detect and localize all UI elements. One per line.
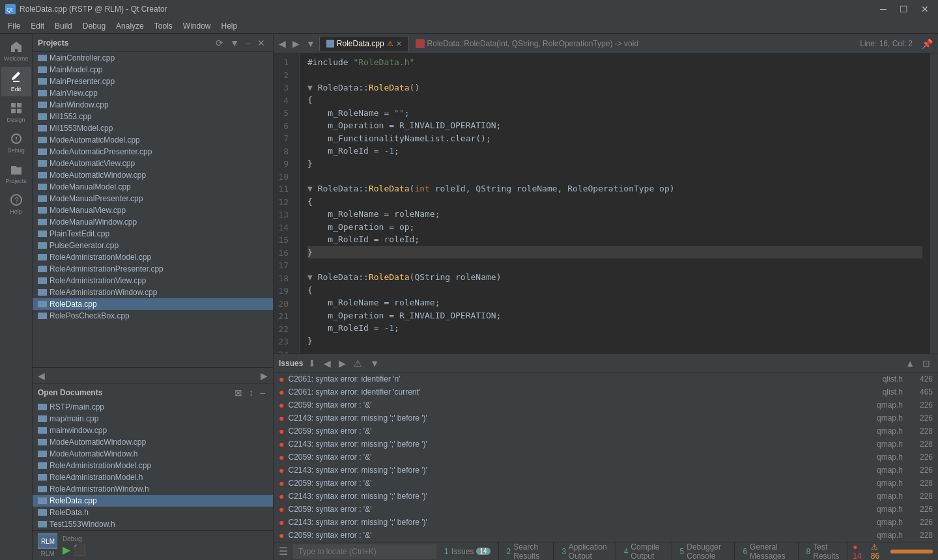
- open-doc-item[interactable]: mainwindow.cpp: [33, 425, 273, 436]
- project-file-item[interactable]: MainView.cpp: [33, 87, 273, 99]
- open-doc-item[interactable]: RSTP/main.cpp: [33, 401, 273, 413]
- menu-item-debug[interactable]: Debug: [78, 20, 111, 32]
- issues-prev-button[interactable]: ◀: [321, 357, 334, 370]
- projects-scroll-right[interactable]: ▶: [258, 369, 270, 382]
- bottom-menu-button[interactable]: ☰: [274, 545, 293, 557]
- issue-row[interactable]: ● C2143: syntax error: missing ';' befor…: [274, 516, 938, 529]
- open-doc-item[interactable]: RoleAdministrationModel.cpp: [33, 460, 273, 471]
- minimize-button[interactable]: ─: [876, 3, 890, 16]
- open-doc-item[interactable]: RoleAdministrationModel.h: [33, 471, 273, 483]
- project-file-item[interactable]: ModeAutomaticView.cpp: [33, 158, 273, 169]
- issue-row[interactable]: ● C2059: syntax error : '&' qmap.h 226: [274, 503, 938, 516]
- sidebar-item-help[interactable]: ? Help: [1, 189, 31, 219]
- bottom-tab-search-results[interactable]: 2Search Results: [499, 542, 554, 561]
- close-button[interactable]: ✕: [917, 3, 933, 16]
- open-doc-item[interactable]: RoleData.h: [33, 507, 273, 518]
- projects-scroll-left[interactable]: ◀: [35, 369, 48, 382]
- issue-row[interactable]: ● C2143: syntax error: missing ';' befor…: [274, 490, 938, 503]
- project-file-item[interactable]: MainModel.cpp: [33, 64, 273, 76]
- open-doc-item[interactable]: ModeAutomaticWindow.cpp: [33, 436, 273, 448]
- open-docs-sort[interactable]: ↕: [246, 386, 256, 399]
- project-file-item[interactable]: RoleAdministrationModel.cpp: [33, 251, 273, 263]
- project-file-item[interactable]: ModeManualWindow.cpp: [33, 216, 273, 228]
- issue-row[interactable]: ● C2061: syntax error: identifier 'curre…: [274, 385, 938, 399]
- code-editor[interactable]: #include "RoleData.h"▼ RoleData::RoleDat…: [300, 53, 930, 354]
- project-file-item[interactable]: MainController.cpp: [33, 52, 273, 64]
- issues-filter-button[interactable]: ▼: [367, 357, 382, 370]
- open-doc-item[interactable]: map/main.cpp: [33, 413, 273, 425]
- open-doc-item[interactable]: ModeAutomaticWindow.h: [33, 448, 273, 460]
- issue-row[interactable]: ● C2143: syntax error: missing ';' befor…: [274, 438, 938, 451]
- open-doc-item[interactable]: Test1553Window.h: [33, 518, 273, 530]
- project-file-item[interactable]: MainPresenter.cpp: [33, 76, 273, 87]
- issue-row[interactable]: ● C2059: syntax error : '&' qmap.h 226: [274, 451, 938, 464]
- issue-row[interactable]: ● C2059: syntax error : '&' qmap.h 228: [274, 425, 938, 438]
- project-file-item[interactable]: ModeAutomaticPresenter.cpp: [33, 146, 273, 158]
- issues-maximize[interactable]: ▲: [903, 357, 917, 370]
- run-button[interactable]: ▶: [63, 544, 70, 556]
- issue-row[interactable]: ● C2143: syntax error: missing ';' befor…: [274, 464, 938, 477]
- project-file-item[interactable]: Mil1553.cpp: [33, 111, 273, 122]
- project-file-item[interactable]: ModeManualPresenter.cpp: [33, 193, 273, 204]
- project-file-item[interactable]: ModeAutomaticWindow.cpp: [33, 169, 273, 181]
- open-doc-item[interactable]: RoleData.cpp: [33, 495, 273, 507]
- project-file-item[interactable]: ModeManualView.cpp: [33, 204, 273, 216]
- project-file-item[interactable]: RoleAdministrationView.cpp: [33, 275, 273, 287]
- sidebar-item-edit[interactable]: Edit: [1, 67, 31, 96]
- menu-item-build[interactable]: Build: [50, 20, 78, 32]
- project-file-item[interactable]: PlainTextEdit.cpp: [33, 228, 273, 240]
- editor-scrollbar[interactable]: [930, 53, 938, 354]
- project-file-item[interactable]: MainWindow.cpp: [33, 99, 273, 111]
- sidebar-item-welcome[interactable]: Welcome: [1, 36, 31, 66]
- maximize-button[interactable]: ☐: [896, 3, 912, 16]
- project-file-item[interactable]: RoleAdministrationWindow.cpp: [33, 287, 273, 298]
- menu-item-file[interactable]: File: [3, 20, 25, 32]
- projects-filter-button[interactable]: ▼: [227, 36, 242, 49]
- issues-warning-filter[interactable]: ⚠: [351, 357, 365, 370]
- tab-close-button[interactable]: ✕: [396, 40, 402, 48]
- locate-input[interactable]: [293, 544, 436, 559]
- issue-row[interactable]: ● C2059: syntax error : '&' qmap.h 228: [274, 477, 938, 490]
- doc-filename: mainwindow.cpp: [50, 426, 107, 435]
- menu-item-edit[interactable]: Edit: [25, 20, 50, 32]
- stop-button[interactable]: ⬛: [73, 544, 86, 556]
- tab-nav-forward[interactable]: ▶: [290, 37, 302, 50]
- project-file-item[interactable]: Mil1553Model.cpp: [33, 122, 273, 134]
- issues-close[interactable]: ⊡: [920, 357, 933, 370]
- issue-row[interactable]: ● C2143: syntax error: missing ';' befor…: [274, 412, 938, 425]
- project-file-item[interactable]: RoleAdministrationPresenter.cpp: [33, 263, 273, 275]
- bottom-tab-general-messages[interactable]: 6General Messages: [735, 542, 798, 561]
- projects-close-button[interactable]: ✕: [255, 36, 268, 49]
- issue-row[interactable]: ● C2059: syntax error : '&' qmap.h 228: [274, 529, 938, 542]
- menu-item-help[interactable]: Help: [216, 20, 243, 32]
- editor-tab-roledata[interactable]: RoleData.cpp ⚠ ✕: [319, 36, 409, 51]
- projects-sync-button[interactable]: ⟳: [213, 36, 226, 49]
- open-doc-item[interactable]: RoleAdministrationWindow.h: [33, 483, 273, 495]
- tab-nav-back[interactable]: ◀: [276, 37, 289, 50]
- issue-row[interactable]: ● C2061: syntax error: identifier 'n' ql…: [274, 372, 938, 385]
- menu-item-tools[interactable]: Tools: [149, 20, 178, 32]
- sidebar-item-debug[interactable]: Debug: [1, 128, 31, 158]
- bottom-tab-debugger-console[interactable]: 5Debugger Console: [672, 542, 735, 561]
- tab-pin-button[interactable]: 📌: [919, 37, 935, 50]
- sidebar-item-projects[interactable]: Projects: [1, 159, 31, 188]
- open-docs-close-all[interactable]: ⊠: [232, 386, 245, 399]
- project-file-item[interactable]: ModeManualModel.cpp: [33, 181, 273, 193]
- issues-save-button[interactable]: ⬇: [306, 357, 319, 370]
- sidebar-item-design[interactable]: Design: [1, 98, 31, 127]
- menu-item-window[interactable]: Window: [178, 20, 216, 32]
- issue-row[interactable]: ● C2059: syntax error : '&' qmap.h 226: [274, 399, 938, 412]
- bottom-tab-test-results[interactable]: 8Test Results: [799, 542, 848, 561]
- bottom-tab-application-output[interactable]: 3Application Output: [554, 542, 616, 561]
- menu-item-analyze[interactable]: Analyze: [111, 20, 149, 32]
- project-file-item[interactable]: RoleData.cpp: [33, 298, 273, 310]
- project-file-item[interactable]: RolePosCheckBox.cpp: [33, 310, 273, 322]
- projects-collapse-button[interactable]: –: [243, 36, 253, 49]
- tab-nav-list[interactable]: ▼: [304, 37, 318, 50]
- project-file-item[interactable]: PulseGenerator.cpp: [33, 240, 273, 251]
- issues-next-button[interactable]: ▶: [336, 357, 348, 370]
- bottom-tab-compile-output[interactable]: 4Compile Output: [616, 542, 672, 561]
- project-file-item[interactable]: ModeAutomaticModel.cpp: [33, 134, 273, 146]
- bottom-tab-issues[interactable]: 1Issues14: [436, 542, 499, 561]
- open-docs-collapse[interactable]: –: [257, 386, 268, 399]
